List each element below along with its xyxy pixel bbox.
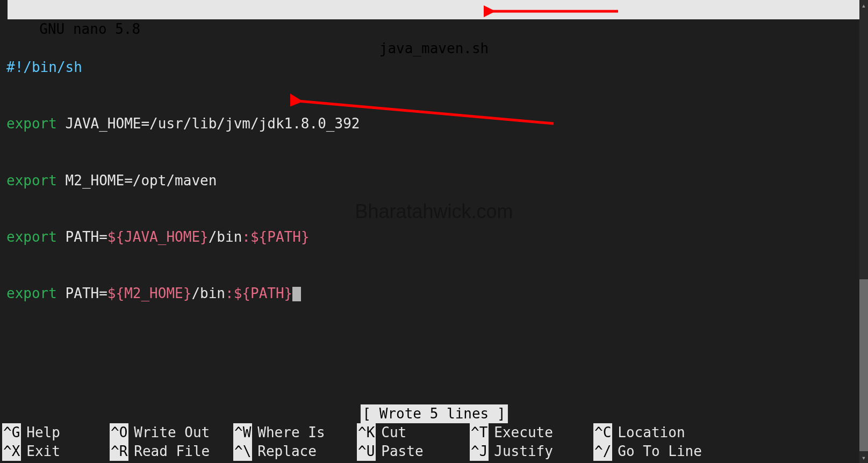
scroll-up-arrow-icon[interactable]: ▴ [859, 0, 868, 11]
shortcut-execute[interactable]: ^TExecute [470, 423, 593, 442]
shortcut-read-file[interactable]: ^RRead File [110, 442, 233, 461]
shortcut-justify[interactable]: ^JJustify [470, 442, 593, 461]
code-line-1: #!/bin/sh [6, 58, 862, 77]
shortcut-write-out[interactable]: ^OWrite Out [110, 423, 233, 442]
shortcut-where-is[interactable]: ^WWhere Is [233, 423, 357, 442]
scroll-down-arrow-icon[interactable]: ▾ [859, 452, 868, 463]
shortcut-location[interactable]: ^CLocation [593, 423, 728, 442]
text-cursor [292, 287, 301, 301]
code-line-2: export JAVA_HOME=/usr/lib/jvm/jdk1.8.0_3… [6, 114, 862, 133]
shortcut-row-1: ^GHelp ^OWrite Out ^WWhere Is ^KCut ^TEx… [2, 423, 858, 442]
code-line-5: export PATH=${M2_HOME}/bin:${PATH} [6, 284, 862, 303]
shortcut-row-2: ^XExit ^RRead File ^\Replace ^UPaste ^JJ… [2, 442, 858, 461]
status-message: [ Wrote 5 lines ] [360, 404, 507, 423]
shortcut-cut[interactable]: ^KCut [357, 423, 470, 442]
scroll-thumb[interactable] [859, 279, 868, 451]
code-line-3: export M2_HOME=/opt/maven [6, 171, 862, 190]
file-name: java_maven.sh [379, 39, 489, 58]
shortcut-exit[interactable]: ^XExit [2, 442, 110, 461]
nano-title-bar: GNU nano 5.8 java_maven.sh [8, 0, 860, 19]
editor-area[interactable]: #!/bin/sh export JAVA_HOME=/usr/lib/jvm/… [0, 19, 868, 322]
shortcut-goto-line[interactable]: ^/Go To Line [593, 442, 728, 461]
app-name: GNU nano 5.8 [24, 21, 140, 37]
shortcut-replace[interactable]: ^\Replace [233, 442, 357, 461]
code-line-4: export PATH=${JAVA_HOME}/bin:${PATH} [6, 228, 862, 247]
shortcut-bar: ^GHelp ^OWrite Out ^WWhere Is ^KCut ^TEx… [0, 423, 858, 463]
vertical-scrollbar[interactable]: ▴ ▾ [859, 0, 868, 463]
shortcut-paste[interactable]: ^UPaste [357, 442, 470, 461]
shortcut-help[interactable]: ^GHelp [2, 423, 110, 442]
